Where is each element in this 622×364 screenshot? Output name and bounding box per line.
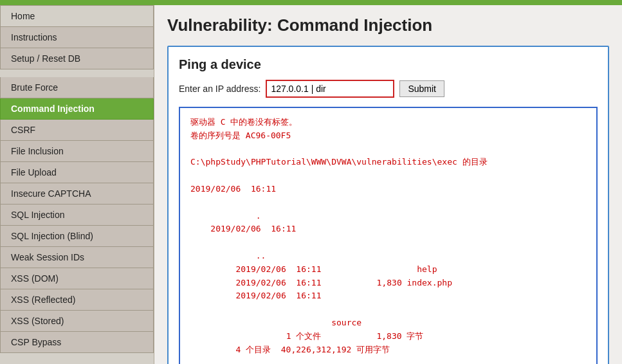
sidebar-item-sql-injection-blind[interactable]: SQL Injection (Blind) [0, 226, 154, 247]
main-layout: HomeInstructionsSetup / Reset DBBrute Fo… [0, 5, 622, 364]
ping-card: Ping a device Enter an IP address: Submi… [167, 46, 609, 364]
sidebar-item-insecure-captcha[interactable]: Insecure CAPTCHA [0, 183, 154, 205]
sidebar-item-weak-session-ids[interactable]: Weak Session IDs [0, 247, 154, 268]
sidebar-item-setup-reset-db[interactable]: Setup / Reset DB [0, 48, 154, 69]
sidebar-item-sql-injection[interactable]: SQL Injection [0, 205, 154, 226]
top-accent-bar [0, 0, 622, 5]
sidebar-spacer [0, 69, 154, 77]
sidebar: HomeInstructionsSetup / Reset DBBrute Fo… [0, 5, 154, 364]
sidebar-item-home[interactable]: Home [0, 5, 154, 27]
ip-label: Enter an IP address: [179, 84, 261, 94]
sidebar-item-file-inclusion[interactable]: File Inclusion [0, 141, 154, 162]
sidebar-item-instructions[interactable]: Instructions [0, 27, 154, 48]
page-title: Vulnerability: Command Injection [167, 15, 609, 35]
sidebar-item-xss-reflected[interactable]: XSS (Reflected) [0, 289, 154, 311]
submit-button[interactable]: Submit [399, 80, 444, 97]
sidebar-item-xss-dom[interactable]: XSS (DOM) [0, 268, 154, 289]
card-title: Ping a device [179, 57, 598, 72]
main-content: Vulnerability: Command Injection Ping a … [154, 5, 622, 364]
sidebar-item-command-injection[interactable]: Command Injection [0, 98, 154, 120]
sidebar-item-brute-force[interactable]: Brute Force [0, 77, 154, 98]
ip-input[interactable] [266, 80, 394, 98]
output-box: 驱动器 C 中的卷没有标签。 卷的序列号是 AC96-00F5 C:\phpSt… [179, 107, 598, 364]
sidebar-item-csp-bypass[interactable]: CSP Bypass [0, 332, 154, 353]
sidebar-item-xss-stored[interactable]: XSS (Stored) [0, 311, 154, 332]
sidebar-item-file-upload[interactable]: File Upload [0, 162, 154, 183]
ip-form: Enter an IP address: Submit [179, 80, 598, 98]
sidebar-item-csrf[interactable]: CSRF [0, 120, 154, 141]
